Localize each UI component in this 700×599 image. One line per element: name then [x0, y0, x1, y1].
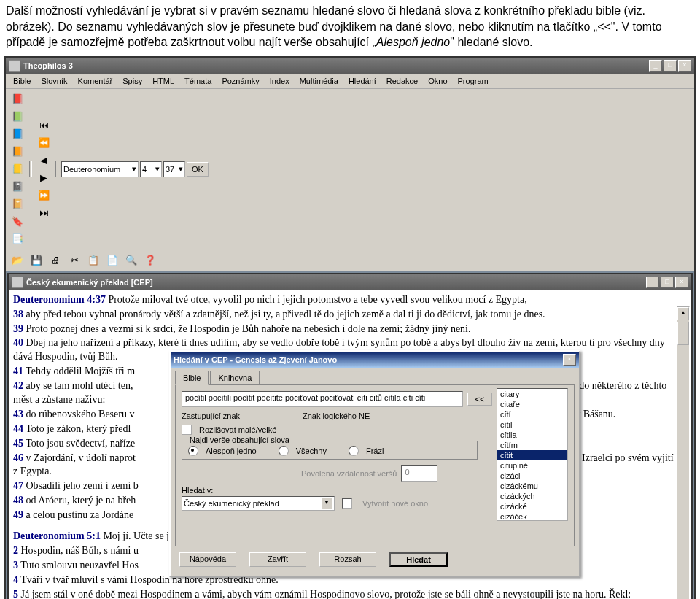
menu-témata[interactable]: Témata: [180, 75, 216, 87]
menu-slovník[interactable]: Slovník: [36, 75, 71, 87]
list-item[interactable]: citary: [497, 389, 567, 399]
menu-html[interactable]: HTML: [148, 75, 179, 87]
tool2-icon-2[interactable]: 🖨: [47, 252, 64, 269]
label-search-in: Hledat v:: [182, 486, 213, 495]
search-terms-input[interactable]: pocítil pocítili pocítit pocítite pociťo…: [182, 391, 463, 407]
nav-icon-2[interactable]: ◀: [35, 152, 52, 169]
range-button[interactable]: Rozsah: [319, 552, 376, 567]
dialog-title: Hledání v CEP - Genesis až Zjevení Janov…: [174, 355, 563, 364]
tool2-icon-6[interactable]: 🔍: [122, 252, 140, 269]
tool2-icon-1[interactable]: 💾: [28, 252, 45, 269]
doc-titlebar: Český ekumenický překlad [CEP] _ □ ×: [9, 274, 691, 290]
ok-button[interactable]: OK: [187, 162, 209, 177]
maximize-button[interactable]: □: [664, 60, 677, 72]
app-title: Theophilos 3: [23, 61, 649, 70]
tool-icon-3[interactable]: 📙: [9, 143, 26, 161]
menu-index[interactable]: Index: [265, 75, 294, 87]
nav-icon-3[interactable]: ▶: [35, 169, 52, 187]
menubar: BibleSlovníkKomentářSpisyHTMLTémataPozná…: [6, 74, 694, 89]
label-wildcard: Zastupující znak: [182, 411, 240, 420]
distance-input: 0: [401, 465, 438, 482]
search-dialog: Hledání v CEP - Genesis až Zjevení Janov…: [169, 350, 580, 577]
doc-maximize[interactable]: □: [661, 277, 674, 288]
menu-hledání[interactable]: Hledání: [344, 75, 381, 87]
list-item[interactable]: cizáci: [497, 471, 567, 481]
tool-icon-8[interactable]: 📑: [9, 231, 26, 248]
list-item[interactable]: cizáckých: [497, 491, 567, 501]
toolbar-2: 📂💾🖨✂📋📄🔍❓: [6, 250, 694, 271]
label-case: Rozlišovat malé/velké: [199, 425, 276, 434]
dialog-close[interactable]: ×: [563, 354, 576, 366]
menu-multimédia[interactable]: Multimédia: [295, 75, 343, 87]
help-button[interactable]: Nápověda: [179, 552, 236, 567]
book-select[interactable]: Deuteronomium▾: [61, 161, 139, 177]
doc-close[interactable]: ×: [675, 277, 688, 288]
tab-bible[interactable]: Bible: [175, 371, 209, 385]
app-window: Theophilos 3 _ □ × BibleSlovníkKomentářS…: [4, 56, 696, 599]
tool2-icon-4[interactable]: 📋: [85, 252, 102, 269]
menu-poznámky[interactable]: Poznámky: [217, 75, 263, 87]
list-item[interactable]: cítil: [497, 420, 567, 430]
tab-library[interactable]: Knihovna: [210, 371, 260, 385]
nav-icon-5[interactable]: ⏭: [35, 204, 52, 222]
tool2-icon-3[interactable]: ✂: [66, 252, 83, 269]
app-titlebar: Theophilos 3 _ □ ×: [6, 58, 694, 74]
chapter-select[interactable]: 4▾: [140, 161, 162, 177]
tool-icon-4[interactable]: 📒: [9, 161, 26, 178]
tool2-icon-5[interactable]: 📄: [104, 252, 121, 269]
tool-icon-1[interactable]: 📗: [9, 108, 26, 125]
menu-program[interactable]: Program: [454, 75, 493, 87]
version-select[interactable]: Český ekumenický překlad▼: [182, 496, 335, 511]
doc-icon: [12, 277, 23, 288]
label-new-window: Vytvořit nové okno: [362, 499, 428, 508]
word-list[interactable]: citarycitařecítícítilcítilacítímcítitcit…: [497, 388, 568, 521]
menu-redakce[interactable]: Redakce: [382, 75, 422, 87]
label-distance: Povolená vzdálenost veršů: [301, 469, 397, 478]
menu-bible[interactable]: Bible: [9, 75, 35, 87]
list-item[interactable]: cizácké: [497, 501, 567, 511]
find-button[interactable]: Hledat: [389, 552, 448, 567]
radio-atleast-one[interactable]: [188, 446, 198, 456]
scroll-thumb[interactable]: [677, 322, 689, 345]
list-item[interactable]: cítí: [497, 409, 567, 420]
tool-icon-7[interactable]: 🔖: [9, 213, 26, 231]
close-button[interactable]: ×: [678, 60, 691, 72]
app-icon: [9, 60, 20, 72]
list-item[interactable]: cítím: [497, 440, 567, 450]
list-item[interactable]: citaře: [497, 399, 567, 409]
tool2-icon-7[interactable]: ❓: [141, 252, 159, 269]
nav-icon-0[interactable]: ⏮: [35, 117, 52, 134]
radio-all[interactable]: [279, 446, 289, 456]
checkbox-case[interactable]: [182, 425, 192, 435]
list-item[interactable]: cizáckému: [497, 481, 567, 491]
nav-icon-4[interactable]: ⏩: [35, 187, 52, 204]
tool-icon-0[interactable]: 📕: [9, 90, 26, 108]
radio-phrase[interactable]: [349, 446, 359, 456]
tool-icon-2[interactable]: 📘: [9, 125, 26, 143]
menu-komentář[interactable]: Komentář: [74, 75, 117, 87]
doc-minimize[interactable]: _: [646, 277, 659, 288]
tool-icon-6[interactable]: 📔: [9, 196, 26, 213]
list-item[interactable]: cítit: [497, 450, 567, 460]
tool2-icon-0[interactable]: 📂: [9, 252, 26, 269]
list-item[interactable]: cituplné: [497, 460, 567, 471]
checkbox-new-window: [342, 498, 352, 509]
scroll-up-icon[interactable]: ▲: [677, 307, 689, 320]
dialog-titlebar[interactable]: Hledání v CEP - Genesis až Zjevení Janov…: [171, 352, 579, 368]
list-item[interactable]: cítila: [497, 430, 567, 440]
doc-scrollbar[interactable]: ▲ ▼: [677, 306, 690, 599]
close-dialog-button[interactable]: Zavřít: [249, 552, 306, 567]
tool-icon-5[interactable]: 📓: [9, 178, 26, 196]
label-not: Znak logického NE: [303, 411, 370, 420]
group-label: Najdi verše obsahující slova: [187, 436, 292, 444]
add-word-button[interactable]: <<: [467, 393, 492, 406]
minimize-button[interactable]: _: [649, 60, 662, 72]
nav-icon-1[interactable]: ⏪: [35, 134, 52, 152]
list-item[interactable]: cizáček: [497, 511, 567, 521]
toolbar-1: 📕📗📘📙📒📓📔🔖📑 ⏮⏪◀▶⏩⏭ Deuteronomium▾ 4▾ 37▾ O…: [6, 89, 694, 250]
menu-okno[interactable]: Okno: [424, 75, 451, 87]
instruction-text: Další možností vyhledávání je vybrat si …: [0, 0, 700, 56]
verse-select[interactable]: 37▾: [163, 161, 185, 177]
doc-title: Český ekumenický překlad [CEP]: [26, 278, 646, 287]
menu-spisy[interactable]: Spisy: [118, 75, 147, 87]
